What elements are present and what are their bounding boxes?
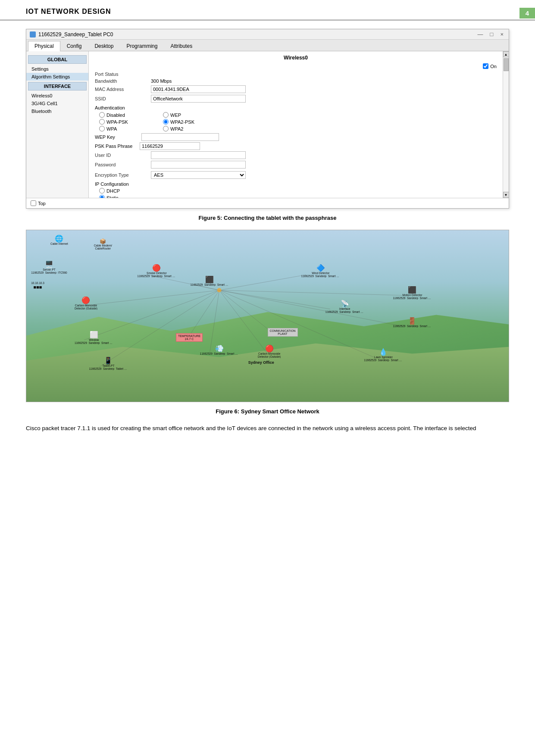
node-smoke1: 🔴 Smoke Detector11662529_Sandeep_Smart S… <box>137 265 176 278</box>
close-button[interactable]: × <box>498 31 505 37</box>
password-input[interactable] <box>151 161 246 169</box>
node-wind-detector: 🔷 Wind Detector11662529_Sandeep_Smart Wi… <box>301 265 340 278</box>
node-lawn-sprinkler: 💧 Lawn Sprinkler11662529_Sandeep_Smart L… <box>364 349 403 362</box>
bottom-bar: Top <box>26 198 509 208</box>
port-status-label: Port Status <box>95 72 151 77</box>
tabs-bar: Physical Config Desktop Programming Attr… <box>26 40 509 51</box>
scroll-thumb[interactable] <box>504 58 509 71</box>
node-ip: 10.10.10.3 ■■■ <box>31 281 44 290</box>
ip-dhcp-option[interactable]: DHCP <box>99 188 497 194</box>
port-status-row: Port Status <box>95 72 497 77</box>
ip-radio-col: DHCP Static <box>99 188 497 198</box>
svg-line-3 <box>219 290 403 295</box>
paragraph-text: Cisco packet tracer 7.1.1 is used for cr… <box>26 423 509 434</box>
sidebar-item-algorithm-settings[interactable]: Algorithm Settings <box>26 73 88 81</box>
minimize-button[interactable]: — <box>476 31 485 37</box>
panel-header: Wireless0 <box>95 55 497 61</box>
ip-static-radio[interactable] <box>99 195 105 198</box>
window-title-left: 11662529_Sandeep_Tablet PC0 <box>30 31 113 37</box>
radio-wpa-psk-input[interactable] <box>99 119 105 125</box>
mac-label: MAC Address <box>95 87 151 92</box>
panel-right: Wireless0 On Port Status Bandwidth 300 M… <box>89 51 503 198</box>
node-server: 🖥️ Server-PT11662529_Sandeep_ITC560 <box>31 261 67 274</box>
psk-row: PSK Pass Phrase <box>95 142 497 150</box>
page-header: IOT NETWORK DESIGN <box>0 0 535 20</box>
password-row: Password <box>95 161 497 169</box>
node-temperature: TEMPERATURE24.7 C <box>176 333 203 342</box>
psk-phrase-input[interactable] <box>140 142 200 150</box>
ip-dhcp-radio[interactable] <box>99 188 105 194</box>
window-title-text: 11662529_Sandeep_Tablet PC0 <box>38 31 113 37</box>
radio-wpa-input[interactable] <box>99 126 105 131</box>
svg-point-14 <box>217 288 222 292</box>
bandwidth-row: Bandwidth 300 Mbps <box>95 78 497 84</box>
window-body: GLOBAL Settings Algorithm Settings INTER… <box>26 51 509 198</box>
page-content: 11662529_Sandeep_Tablet PC0 — □ × Physic… <box>0 29 535 434</box>
network-diagram: 🌐 Cable Internet 📦 Cable Modem/CableRout… <box>26 230 509 402</box>
sidebar-interface-header: INTERFACE <box>28 82 87 91</box>
ip-static-option[interactable]: Static <box>99 195 497 198</box>
ip-config-label: IP Configuration <box>95 181 497 187</box>
tab-physical[interactable]: Physical <box>28 41 60 51</box>
svg-line-4 <box>84 290 219 306</box>
radio-wep-input[interactable] <box>163 112 169 118</box>
node-carbon-outside: 🔴 Carbon MonoxideDetector (Outside) <box>75 297 97 310</box>
radio-wep-label: WEP <box>170 112 181 118</box>
sidebar-item-wireless0[interactable]: Wireless0 <box>26 92 88 100</box>
sidebar-global-header: GLOBAL <box>28 55 87 64</box>
top-checkbox-label[interactable]: Top <box>31 200 504 206</box>
top-checkbox[interactable] <box>31 200 36 206</box>
scroll-track[interactable] <box>503 57 509 192</box>
on-label: On <box>490 64 497 69</box>
bandwidth-value: 300 Mbps <box>151 78 497 84</box>
sidebar-item-settings[interactable]: Settings <box>26 65 88 73</box>
mac-input[interactable] <box>151 85 246 93</box>
window-titlebar: 11662529_Sandeep_Tablet PC0 — □ × <box>26 29 509 40</box>
scroll-up-btn[interactable]: ▲ <box>503 51 509 57</box>
tab-desktop[interactable]: Desktop <box>88 41 120 51</box>
node-tablet: 📱 Tablet-PT11662529_Sandeep_Tablet PC0 /… <box>89 357 128 370</box>
encryption-row: Encryption Type AES TKIP <box>95 171 497 179</box>
ssid-input[interactable] <box>151 95 246 103</box>
figure5-caption: Figure 5: Connecting the tablet with the… <box>26 215 509 221</box>
node-window1: ⬛ 11662529_Sandeep_Smart Window <box>190 276 229 286</box>
userid-label: User ID <box>95 153 151 158</box>
scrollbar-vertical[interactable]: ▲ ▼ <box>503 51 509 198</box>
auth-radio-grid: Disabled WEP WPA-PSK WPA2-PSK <box>99 112 497 131</box>
sidebar-item-3g4g[interactable]: 3G/4G Cell1 <box>26 100 88 107</box>
on-checkbox-label[interactable]: On <box>483 63 497 69</box>
radio-wpa2-psk[interactable]: WPA2-PSK <box>163 119 223 125</box>
tab-programming[interactable]: Programming <box>120 41 164 51</box>
sidebar-item-bluetooth[interactable]: Bluetooth <box>26 107 88 115</box>
tab-attributes[interactable]: Attributes <box>164 41 199 51</box>
on-checkbox[interactable] <box>483 63 488 69</box>
userid-row: User ID <box>95 151 497 159</box>
maximize-button[interactable]: □ <box>488 31 495 37</box>
ssid-row: SSID <box>95 95 497 103</box>
radio-wpa2-label: WPA2 <box>170 126 183 131</box>
radio-wpa-label: WPA <box>106 126 117 131</box>
ip-dhcp-label: DHCP <box>106 188 120 194</box>
svg-line-13 <box>219 290 330 309</box>
radio-wpa2[interactable]: WPA2 <box>163 126 223 131</box>
mac-row: MAC Address <box>95 85 497 93</box>
radio-wpa2-input[interactable] <box>163 126 169 131</box>
wepkey-input[interactable] <box>141 133 219 141</box>
tab-config[interactable]: Config <box>60 41 88 51</box>
ssid-label: SSID <box>95 96 151 101</box>
scroll-down-btn[interactable]: ▼ <box>503 192 509 198</box>
node-cable-modem: 📦 Cable Modem/CableRouter <box>94 239 112 250</box>
node-window3: ⬜ Window11662529_Sandeep_Smart Window 3 <box>75 331 113 344</box>
radio-disabled[interactable]: Disabled <box>99 112 160 118</box>
encryption-select[interactable]: AES TKIP <box>151 171 246 179</box>
radio-disabled-input[interactable] <box>99 112 105 118</box>
svg-line-2 <box>219 275 306 290</box>
radio-wpa2-psk-input[interactable] <box>163 119 169 125</box>
radio-wep[interactable]: WEP <box>163 112 223 118</box>
radio-wpa[interactable]: WPA <box>99 126 160 131</box>
node-smart-network: 📡 Interface11662529_Sandeep_Smart N... <box>325 300 364 313</box>
node-comm-module: COMMUNICATIONPLANT <box>268 328 298 337</box>
userid-input[interactable] <box>151 151 246 159</box>
auth-section: Authentication Disabled WEP WPA-PSK <box>95 105 497 169</box>
radio-wpa-psk[interactable]: WPA-PSK <box>99 119 160 125</box>
